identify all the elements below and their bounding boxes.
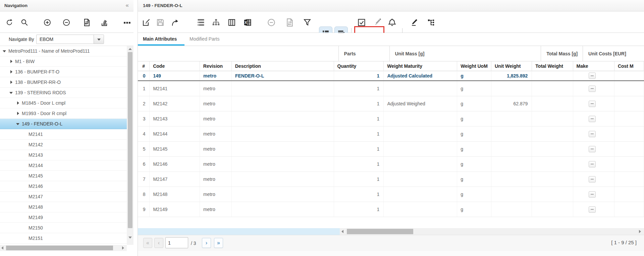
make-minus-button[interactable] — [589, 176, 596, 183]
collapse-panel-icon[interactable]: « — [126, 0, 129, 11]
col-header-description[interactable]: Description — [232, 61, 334, 71]
col-header-total-weight[interactable]: Total Weight — [532, 61, 573, 71]
table-row[interactable]: 4 M2144 metro 1 g — [138, 126, 644, 142]
col-header-unit-weight[interactable]: Unit Weight — [491, 61, 532, 71]
tree-vertical-scrollbar[interactable] — [127, 46, 133, 245]
last-page-button[interactable]: » — [214, 238, 223, 248]
tree-item[interactable]: M1845 - Door L cmpl — [0, 98, 127, 108]
save-icon[interactable] — [156, 18, 165, 27]
horizontal-scroll-thumb[interactable] — [6, 246, 113, 250]
tree-toggle-icon[interactable] — [23, 132, 27, 136]
tree-item[interactable]: M2149 — [0, 212, 127, 223]
panel-splitter[interactable] — [133, 0, 138, 256]
make-minus-button[interactable] — [589, 191, 596, 198]
scroll-left-icon[interactable] — [1, 246, 3, 250]
col-header-num[interactable]: # — [138, 61, 150, 71]
dropdown-button[interactable] — [94, 35, 104, 44]
scroll-down-icon[interactable] — [128, 237, 132, 239]
refresh-icon[interactable] — [5, 18, 14, 27]
hierarchy-icon[interactable] — [212, 18, 220, 27]
tree-toggle-icon[interactable] — [3, 49, 7, 53]
col-header-weight-uom[interactable]: Weight UoM — [457, 61, 491, 71]
make-minus-button[interactable] — [589, 206, 596, 213]
tree-item[interactable]: MetroProd111 - Name of MetroProd111 — [0, 46, 127, 56]
excel-export-icon[interactable]: X — [243, 18, 252, 27]
scroll-right-icon[interactable] — [122, 246, 124, 250]
tree-toggle-icon[interactable] — [23, 195, 27, 199]
tree-toggle-icon[interactable] — [16, 111, 20, 115]
table-row[interactable]: 3 M2143 metro 1 g — [138, 111, 644, 126]
edit-icon[interactable] — [142, 18, 151, 27]
page-input[interactable] — [165, 237, 188, 248]
remove-circle-icon[interactable] — [267, 18, 276, 27]
tree-item[interactable]: M2150 — [0, 223, 127, 233]
tree-item[interactable]: 136 - BUMPER-FT-O — [0, 67, 127, 77]
filter-icon[interactable] — [303, 18, 312, 27]
tree-item[interactable]: M2151 — [0, 233, 127, 244]
tree-toggle-icon[interactable] — [16, 122, 20, 126]
tree-item[interactable]: 149 - FENDER-O-L — [0, 119, 127, 129]
tree-toggle-icon[interactable] — [23, 205, 27, 209]
tree-toggle-icon[interactable] — [23, 153, 27, 157]
table-row[interactable]: 5 M2145 metro 1 g — [138, 142, 644, 157]
tree-toggle-icon[interactable] — [23, 184, 27, 188]
col-header-weight-maturity[interactable]: Weight Maturity — [384, 61, 457, 71]
tree-toggle-icon[interactable] — [9, 91, 13, 95]
collapse-minus-icon[interactable] — [62, 18, 71, 27]
tree-item[interactable]: M2146 — [0, 181, 127, 192]
scroll-right-icon[interactable] — [639, 230, 641, 233]
table-row[interactable]: 8 M2148 metro 1 g — [138, 187, 644, 202]
col-header-quantity[interactable]: Quantity — [334, 61, 384, 71]
make-minus-button[interactable] — [589, 161, 596, 167]
table-row[interactable]: 7 M2147 metro 1 g — [138, 172, 644, 187]
tree-item[interactable]: M1993 - Door R cmpl — [0, 108, 127, 119]
tree-item[interactable]: M2144 — [0, 160, 127, 171]
tree-toggle-icon[interactable] — [23, 226, 27, 230]
document-transfer-icon[interactable] — [285, 18, 294, 27]
annotate-pencil-icon[interactable] — [410, 18, 418, 27]
tab-modified-parts[interactable]: Modified Parts — [190, 33, 219, 46]
table-row[interactable]: 2 M2142 metro 1 Adjusted Weighed g 62.87… — [138, 96, 644, 111]
tree-toggle-icon[interactable] — [23, 163, 27, 167]
make-minus-button[interactable] — [589, 86, 596, 92]
tree-toggle-icon[interactable] — [16, 101, 20, 105]
make-minus-button[interactable] — [589, 116, 596, 122]
vertical-scroll-thumb[interactable] — [128, 52, 132, 228]
bell-icon[interactable] — [388, 18, 396, 27]
tree-toggle-icon[interactable] — [23, 174, 27, 178]
tree-item[interactable]: M2147 — [0, 192, 127, 202]
next-page-button[interactable]: › — [202, 238, 211, 248]
prev-page-button[interactable]: ‹ — [154, 238, 163, 248]
table-row[interactable]: 9 M2149 metro 1 g — [138, 202, 644, 217]
tree-toggle-icon[interactable] — [23, 236, 27, 240]
redo-icon[interactable] — [170, 18, 179, 27]
horizontal-scroll-thumb[interactable] — [347, 229, 413, 234]
grid-horizontal-scrollbar[interactable] — [138, 228, 644, 235]
tree-item[interactable]: 138 - BUMPER-RR-O — [0, 77, 127, 88]
table-row[interactable]: 0 149 metro FENDER-O-L 1 Adjusted Calcul… — [138, 71, 644, 81]
tree-item[interactable]: M2143 — [0, 150, 127, 160]
scroll-left-icon[interactable] — [341, 230, 343, 233]
tree-toggle-icon[interactable] — [23, 215, 27, 219]
checkbox-mode-icon[interactable] — [357, 18, 366, 27]
table-row[interactable]: 1 M2141 metro 1 g — [138, 81, 644, 96]
tree-toggle-icon[interactable] — [9, 59, 13, 63]
stack-icon[interactable] — [100, 18, 109, 27]
scroll-up-icon[interactable] — [128, 48, 132, 50]
col-header-cost[interactable]: Cost M — [614, 61, 644, 71]
col-header-revision[interactable]: Revision — [200, 61, 232, 71]
tree-item[interactable]: M2141 — [0, 129, 127, 140]
columns-icon[interactable] — [227, 18, 236, 27]
first-page-button[interactable]: « — [143, 238, 152, 248]
more-ellipsis-icon[interactable] — [123, 18, 131, 27]
tree-horizontal-scrollbar[interactable] — [0, 245, 127, 251]
make-minus-button[interactable] — [589, 146, 596, 152]
search-icon[interactable] — [20, 18, 29, 27]
col-header-make[interactable]: Make — [573, 61, 614, 71]
make-minus-button[interactable] — [589, 131, 596, 137]
tree-toggle-icon[interactable] — [23, 143, 27, 147]
tree-item[interactable]: M2148 — [0, 202, 127, 212]
tree-toggle-icon[interactable] — [9, 70, 13, 74]
col-header-code[interactable]: Code — [150, 61, 200, 71]
navigate-by-dropdown[interactable]: EBOM — [36, 35, 104, 44]
